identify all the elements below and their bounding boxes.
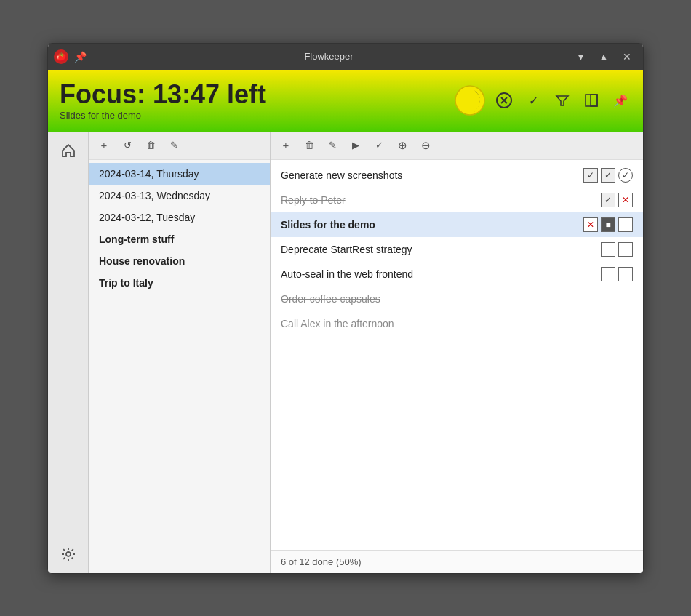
backlog-item[interactable]: Trip to Italy — [89, 272, 270, 294]
main-area: + ↺ 🗑 ✎ 2024-03-14, Thursday 2024-03-13,… — [48, 132, 643, 573]
tasks-panel: + 🗑 ✎ ▶ ✓ ⊕ ⊖ Generate new screenshots ✓… — [271, 132, 643, 573]
close-button[interactable]: ✕ — [617, 47, 637, 67]
done-circle[interactable]: ✓ — [618, 168, 633, 183]
titlebar: 🍅 📌 Flowkeeper ▾ ▲ ✕ — [48, 44, 643, 70]
task-checkboxes: ✓ ✓ ✓ — [583, 168, 633, 183]
tasks-footer: 6 of 12 done (50%) — [271, 550, 643, 573]
task-row[interactable]: Reply to Peter ✓ ✕ — [271, 188, 643, 212]
task-label: Slides for the demo — [281, 219, 583, 231]
pomodoro-checkbox[interactable]: ✓ — [601, 168, 615, 183]
app-icon: 🍅 — [54, 49, 68, 64]
edit-task-button[interactable]: ✎ — [323, 136, 342, 155]
pin-header-button[interactable]: 📌 — [610, 89, 631, 111]
task-checkboxes — [601, 267, 633, 281]
complete-focus-button[interactable]: ✓ — [522, 89, 544, 111]
backlogs-toolbar: + ↺ 🗑 ✎ — [89, 132, 270, 160]
complete-task-button[interactable]: ✓ — [370, 136, 388, 155]
pomodoro-checkbox[interactable] — [601, 242, 615, 257]
svg-marker-4 — [556, 96, 568, 105]
backlog-item[interactable]: Long-term stuff — [89, 228, 270, 250]
pomodoro-checkbox[interactable]: ✓ — [601, 193, 615, 207]
window-controls: ▾ ▲ ✕ — [570, 47, 637, 67]
window-title: Flowkeeper — [87, 51, 570, 62]
tasks-toolbar: + 🗑 ✎ ▶ ✓ ⊕ ⊖ — [271, 132, 643, 160]
add-backlog-button[interactable]: + — [95, 136, 113, 155]
task-row[interactable]: Order coffee capsules — [271, 287, 643, 311]
pomodoro-checkbox[interactable]: ✓ — [583, 168, 598, 183]
backlog-item[interactable]: House renovation — [89, 250, 270, 272]
tasks-list: Generate new screenshots ✓ ✓ ✓ Reply to … — [271, 160, 643, 550]
task-label: Reply to Peter — [281, 194, 601, 206]
app-window: 🍅 📌 Flowkeeper ▾ ▲ ✕ Focus: 13:47 left S… — [47, 43, 644, 574]
settings-button[interactable] — [55, 541, 81, 567]
svg-rect-5 — [586, 95, 597, 106]
pomodoro-checkbox[interactable] — [618, 267, 633, 281]
pomodoro-checkbox[interactable]: ■ — [601, 217, 615, 232]
svg-rect-6 — [591, 95, 597, 106]
pomodoro-checkbox[interactable] — [618, 217, 633, 232]
delete-task-button[interactable]: 🗑 — [300, 136, 319, 155]
task-label: Order coffee capsules — [281, 293, 633, 305]
task-checkboxes — [601, 242, 633, 257]
pomodoro-checkbox[interactable]: ✕ — [618, 193, 633, 207]
svg-point-7 — [66, 552, 71, 556]
maximize-button[interactable]: ▲ — [594, 47, 614, 67]
add-pomodoro-button[interactable]: ⊕ — [393, 136, 412, 155]
play-task-button[interactable]: ▶ — [346, 136, 365, 155]
move-backlog-button[interactable]: ↺ — [118, 136, 137, 155]
task-checkboxes: ✕ ■ — [583, 217, 633, 232]
focus-task-name: Slides for the demo — [60, 110, 266, 121]
focus-controls: ✓ 📌 — [454, 84, 631, 116]
pomodoro-checkbox[interactable] — [618, 242, 633, 257]
add-task-button[interactable]: + — [276, 136, 295, 155]
focus-timer: Focus: 13:47 left — [60, 80, 266, 109]
remove-pomodoro-button[interactable]: ⊖ — [416, 136, 435, 155]
task-row[interactable]: Generate new screenshots ✓ ✓ ✓ — [271, 163, 643, 188]
stop-focus-button[interactable] — [493, 89, 515, 111]
rename-backlog-button[interactable]: ✎ — [164, 136, 183, 155]
task-label: Call Alex in the afternoon — [281, 318, 633, 329]
task-checkboxes: ✓ ✕ — [601, 193, 633, 207]
home-button[interactable] — [55, 137, 81, 164]
focus-header: Focus: 13:47 left Slides for the demo ✓ … — [48, 70, 643, 132]
delete-backlog-button[interactable]: 🗑 — [141, 136, 160, 155]
task-row[interactable]: Call Alex in the afternoon — [271, 311, 643, 336]
sidebar-strip — [48, 132, 89, 573]
minimize-button[interactable]: ▾ — [570, 47, 591, 67]
filter-button[interactable] — [551, 89, 573, 111]
task-row[interactable]: Auto-seal in the web frontend — [271, 262, 643, 287]
pomodoro-checkbox[interactable] — [601, 267, 615, 281]
task-row[interactable]: Deprecate StartRest strategy — [271, 237, 643, 262]
backlogs-list: 2024-03-14, Thursday 2024-03-13, Wednesd… — [89, 160, 270, 573]
pomodoro-icon — [454, 84, 486, 116]
expand-button[interactable] — [580, 89, 602, 111]
backlog-item[interactable]: 2024-03-13, Wednesday — [89, 185, 270, 207]
task-label: Generate new screenshots — [281, 169, 583, 181]
focus-text: Focus: 13:47 left Slides for the demo — [60, 80, 266, 121]
backlog-item[interactable]: 2024-03-12, Tuesday — [89, 207, 270, 228]
pin-icon[interactable]: 📌 — [73, 49, 87, 64]
task-label: Auto-seal in the web frontend — [281, 268, 601, 280]
backlog-item[interactable]: 2024-03-14, Thursday — [89, 163, 270, 185]
task-label: Deprecate StartRest strategy — [281, 244, 601, 255]
task-row[interactable]: Slides for the demo ✕ ■ — [271, 212, 643, 237]
pomodoro-checkbox[interactable]: ✕ — [583, 217, 598, 232]
backlogs-panel: + ↺ 🗑 ✎ 2024-03-14, Thursday 2024-03-13,… — [89, 132, 271, 573]
